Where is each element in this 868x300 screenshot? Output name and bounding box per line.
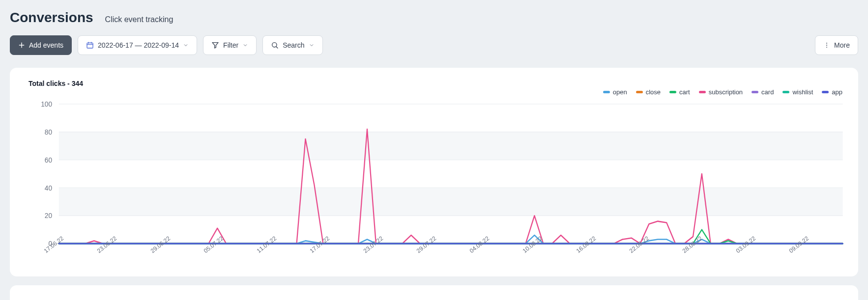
svg-point-10	[826, 45, 827, 46]
svg-text:20: 20	[45, 212, 52, 220]
svg-text:40: 40	[45, 184, 52, 192]
search-label: Search	[283, 41, 304, 49]
add-events-button[interactable]: Add events	[10, 35, 72, 55]
svg-text:100: 100	[41, 100, 52, 108]
legend-swatch-icon	[669, 91, 676, 93]
add-events-label: Add events	[29, 41, 63, 49]
svg-marker-6	[212, 43, 218, 48]
search-button[interactable]: Search	[262, 35, 322, 55]
chevron-down-icon	[242, 42, 248, 48]
page-title: Conversions	[10, 10, 93, 26]
date-range-button[interactable]: 2022-06-17 — 2022-09-14	[78, 35, 197, 55]
chart: 020406080100 17.06.2223.06.2229.06.2205.…	[20, 98, 848, 265]
search-icon	[271, 41, 279, 49]
legend-item-app[interactable]: app	[822, 88, 842, 96]
more-button[interactable]: More	[815, 35, 858, 55]
svg-rect-14	[59, 160, 843, 188]
filter-button[interactable]: Filter	[203, 35, 257, 55]
legend-label: close	[646, 88, 661, 96]
chart-title: Total clicks - 344	[29, 80, 848, 87]
legend-item-subscription[interactable]: subscription	[699, 88, 743, 96]
legend-swatch-icon	[752, 91, 758, 93]
legend-label: wishlist	[792, 88, 813, 96]
filter-icon	[211, 41, 219, 49]
legend-label: open	[613, 88, 627, 96]
toolbar: Add events 2022-06-17 — 2022-09-14 Filte…	[10, 35, 858, 55]
calendar-icon	[86, 41, 94, 49]
legend-label: cart	[679, 88, 690, 96]
legend-item-open[interactable]: open	[603, 88, 627, 96]
chevron-down-icon	[309, 42, 315, 48]
legend-swatch-icon	[822, 91, 829, 93]
legend-item-close[interactable]: close	[636, 88, 661, 96]
chevron-down-icon	[183, 42, 189, 48]
legend-item-wishlist[interactable]: wishlist	[782, 88, 813, 96]
legend-swatch-icon	[603, 91, 610, 93]
svg-rect-13	[59, 188, 843, 216]
secondary-card	[10, 285, 858, 300]
legend-swatch-icon	[699, 91, 706, 93]
chart-canvas: 020406080100	[20, 98, 848, 250]
legend-label: subscription	[709, 88, 743, 96]
filter-label: Filter	[223, 41, 238, 49]
chart-card: Total clicks - 344 openclosecartsubscrip…	[10, 68, 858, 276]
date-range-label: 2022-06-17 — 2022-09-14	[98, 41, 179, 49]
legend-swatch-icon	[636, 91, 643, 93]
svg-rect-2	[87, 43, 93, 48]
legend-swatch-icon	[782, 91, 789, 93]
legend-item-cart[interactable]: cart	[669, 88, 690, 96]
page-header: Conversions Click event tracking	[10, 10, 858, 26]
svg-text:60: 60	[45, 156, 52, 164]
page-subtitle: Click event tracking	[105, 15, 174, 24]
svg-rect-12	[59, 216, 843, 244]
legend-label: card	[761, 88, 774, 96]
more-label: More	[834, 41, 850, 49]
chart-x-labels: 17.06.2223.06.2229.06.2205.07.2211.07.22…	[54, 249, 843, 265]
svg-line-8	[276, 47, 278, 48]
legend-item-card[interactable]: card	[752, 88, 774, 96]
svg-rect-15	[59, 132, 843, 160]
more-vertical-icon	[823, 42, 830, 49]
svg-point-9	[826, 43, 827, 44]
svg-rect-16	[59, 104, 843, 132]
legend-label: app	[832, 88, 842, 96]
chart-legend: openclosecartsubscriptioncardwishlistapp	[20, 88, 848, 98]
plus-icon	[18, 42, 25, 49]
svg-point-11	[826, 47, 827, 48]
svg-text:80: 80	[45, 128, 52, 136]
